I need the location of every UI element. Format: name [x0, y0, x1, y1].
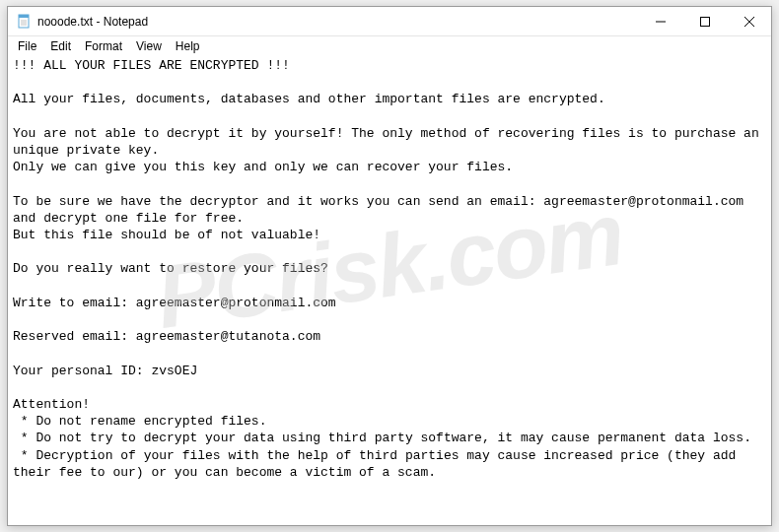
- window-controls: [638, 7, 771, 35]
- menu-edit[interactable]: Edit: [44, 37, 77, 55]
- menubar: File Edit Format View Help: [8, 36, 771, 56]
- svg-rect-1: [19, 15, 29, 18]
- titlebar-left: nooode.txt - Notepad: [8, 14, 148, 30]
- window-title: nooode.txt - Notepad: [37, 15, 148, 29]
- close-button[interactable]: [727, 7, 771, 36]
- menu-view[interactable]: View: [130, 37, 168, 55]
- notepad-icon: [16, 14, 32, 30]
- menu-format[interactable]: Format: [79, 37, 128, 55]
- menu-help[interactable]: Help: [170, 37, 206, 55]
- titlebar: nooode.txt - Notepad: [8, 7, 771, 36]
- menu-file[interactable]: File: [12, 37, 42, 55]
- maximize-button[interactable]: [682, 7, 727, 36]
- maximize-icon: [700, 17, 710, 27]
- notepad-window: nooode.txt - Notepad File Edit Format Vi…: [7, 6, 772, 526]
- svg-rect-6: [700, 18, 709, 27]
- minimize-button[interactable]: [638, 7, 682, 36]
- minimize-icon: [656, 17, 666, 27]
- text-area[interactable]: !!! ALL YOUR FILES ARE ENCRYPTED !!! All…: [8, 56, 771, 525]
- close-icon: [744, 17, 754, 27]
